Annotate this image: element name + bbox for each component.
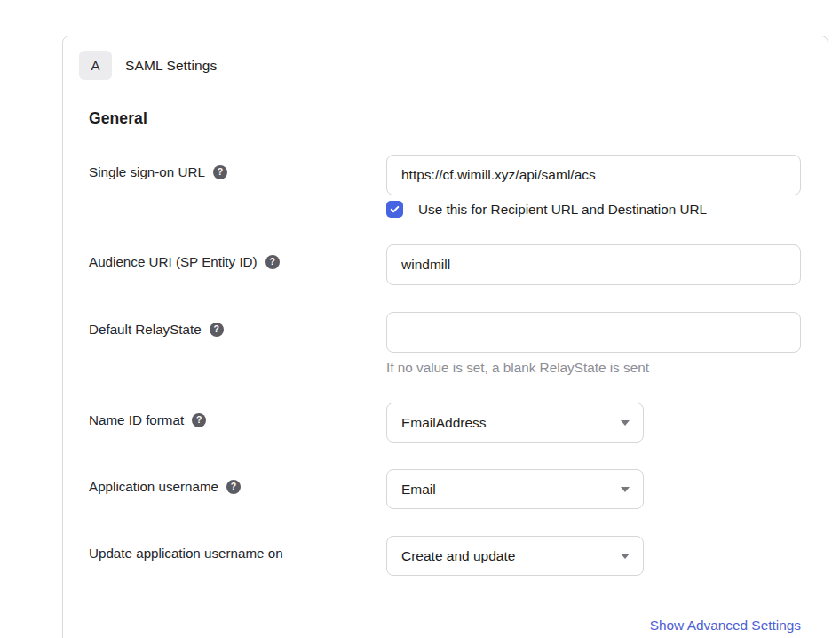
- field-label: Audience URI (SP Entity ID) ?: [89, 244, 386, 269]
- help-icon[interactable]: ?: [213, 165, 227, 179]
- field-area: [386, 244, 801, 285]
- help-icon[interactable]: ?: [210, 323, 224, 337]
- field-label: Default RelayState ?: [89, 312, 386, 337]
- field-label: Name ID format ?: [89, 403, 386, 427]
- name-id-format-label: Name ID format: [89, 412, 184, 427]
- field-label: Single sign-on URL ?: [89, 155, 386, 179]
- field-label: Application username ?: [89, 469, 386, 494]
- application-username-select[interactable]: Email: [386, 469, 644, 509]
- default-relay-state-input[interactable]: [386, 312, 801, 353]
- name-id-format-select[interactable]: EmailAddress: [386, 403, 644, 443]
- row-audience-uri: Audience URI (SP Entity ID) ?: [89, 244, 801, 285]
- recipient-url-checkbox-row: Use this for Recipient URL and Destinati…: [386, 201, 801, 218]
- audience-uri-label: Audience URI (SP Entity ID): [89, 254, 258, 269]
- show-advanced-settings-link[interactable]: Show Advanced Settings: [650, 618, 801, 633]
- field-area: If no value is set, a blank RelayState i…: [386, 312, 801, 376]
- section-heading-general: General: [89, 109, 801, 128]
- help-icon[interactable]: ?: [226, 480, 241, 494]
- help-icon[interactable]: ?: [265, 255, 280, 269]
- audience-uri-input[interactable]: [386, 244, 801, 285]
- help-icon[interactable]: ?: [192, 413, 206, 427]
- default-relay-state-label: Default RelayState: [89, 322, 202, 337]
- row-single-sign-on-url: Single sign-on URL ? Use this for Recipi…: [89, 155, 801, 218]
- chevron-down-icon: [621, 554, 630, 559]
- row-name-id-format: Name ID format ? EmailAddress: [89, 403, 801, 443]
- field-label: Update application username on: [89, 536, 386, 561]
- application-username-label: Application username: [89, 479, 218, 494]
- chevron-down-icon: [621, 487, 630, 492]
- field-area: Email: [386, 469, 801, 509]
- update-application-username-on-select[interactable]: Create and update: [386, 536, 644, 576]
- relay-state-hint: If no value is set, a blank RelayState i…: [386, 360, 801, 376]
- card-title: SAML Settings: [125, 58, 217, 74]
- row-update-application-username-on: Update application username on Create an…: [89, 536, 801, 576]
- card-header: A SAML Settings: [63, 36, 828, 80]
- update-application-username-on-selected-value: Create and update: [401, 548, 515, 564]
- update-application-username-on-label: Update application username on: [89, 546, 283, 561]
- section-badge: A: [79, 51, 112, 80]
- single-sign-on-url-input[interactable]: [386, 155, 801, 195]
- saml-settings-card: A SAML Settings General Single sign-on U…: [62, 36, 828, 638]
- row-application-username: Application username ? Email: [89, 469, 801, 509]
- application-username-selected-value: Email: [401, 482, 436, 498]
- single-sign-on-url-label: Single sign-on URL: [89, 164, 205, 179]
- field-area: EmailAddress: [386, 403, 801, 443]
- field-area: Create and update: [386, 536, 801, 576]
- name-id-format-selected-value: EmailAddress: [401, 415, 487, 431]
- field-area: Use this for Recipient URL and Destinati…: [386, 155, 801, 218]
- recipient-url-checkbox-label: Use this for Recipient URL and Destinati…: [418, 202, 707, 218]
- row-default-relay-state: Default RelayState ? If no value is set,…: [89, 312, 801, 376]
- card-body: General Single sign-on URL ? Use this fo…: [63, 109, 828, 634]
- chevron-down-icon: [621, 420, 630, 426]
- checkbox-checked-icon[interactable]: [386, 201, 403, 218]
- advanced-settings-row: Show Advanced Settings: [89, 618, 801, 634]
